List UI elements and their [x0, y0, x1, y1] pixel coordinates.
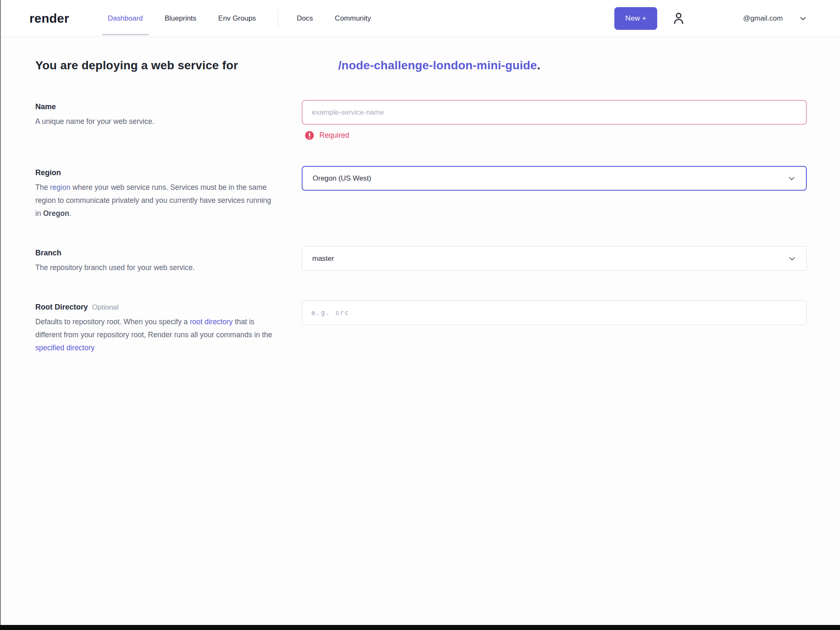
region-select-value: Oregon (US West) — [313, 174, 371, 183]
redacted-email-prefix — [693, 16, 743, 21]
nav-item-dashboard[interactable]: Dashboard — [108, 0, 143, 37]
root-directory-field-row: Root DirectoryOptional Defaults to repos… — [35, 300, 807, 354]
branch-select[interactable]: master — [302, 246, 807, 271]
account-email: @gmail.com — [743, 14, 783, 23]
window-left-edge — [0, 0, 1, 630]
region-desc-text: The — [35, 183, 50, 192]
nav-label: Blueprints — [165, 14, 197, 23]
region-description: The region where your web service runs. … — [35, 181, 277, 220]
nav-divider — [278, 10, 278, 27]
deploy-page: You are deploying a web service for/node… — [0, 37, 840, 625]
nav-item-community[interactable]: Community — [335, 0, 371, 37]
region-desc-text: . — [69, 209, 71, 218]
new-button[interactable]: New + — [614, 7, 657, 30]
root-directory-label: Root Directory — [35, 303, 88, 311]
name-description: A unique name for your web service. — [35, 115, 277, 128]
user-avatar-button[interactable] — [671, 11, 686, 26]
root-directory-doc-link[interactable]: root directory — [190, 318, 233, 326]
page-title: You are deploying a web service for/node… — [35, 59, 807, 72]
root-directory-field-info: Root DirectoryOptional Defaults to repos… — [35, 300, 287, 354]
name-field-info: Name A unique name for your web service. — [35, 100, 287, 140]
region-label: Region — [35, 168, 61, 177]
chevron-down-icon — [787, 174, 796, 183]
name-field-controls: Required — [302, 100, 807, 140]
root-directory-description: Defaults to repository root. When you sp… — [35, 315, 277, 354]
person-icon — [671, 11, 686, 26]
nav-item-blueprints[interactable]: Blueprints — [165, 0, 197, 37]
nav-label: Docs — [297, 14, 313, 23]
optional-tag: Optional — [92, 303, 118, 311]
deploy-form: Name A unique name for your web service.… — [35, 100, 807, 354]
root-dir-desc-text: Defaults to repository root. When you sp… — [35, 318, 190, 326]
name-error-text: Required — [319, 131, 349, 140]
region-doc-link[interactable]: region — [50, 183, 71, 192]
repo-link[interactable]: /node-challenge-london-mini-guide — [338, 59, 537, 72]
error-exclamation-icon — [305, 131, 314, 140]
heading-suffix: . — [537, 59, 540, 72]
branch-label: Branch — [35, 249, 61, 257]
service-name-input[interactable] — [302, 100, 807, 125]
branch-description: The repository branch used for your web … — [35, 261, 277, 274]
primary-nav: Dashboard Blueprints Env Groups Docs Com… — [108, 0, 393, 37]
render-logo[interactable]: render — [29, 11, 69, 26]
region-desc-bold: Oregon — [43, 209, 69, 218]
region-field-controls: Oregon (US West) — [302, 166, 807, 220]
branch-field-row: Branch The repository branch used for yo… — [35, 246, 807, 274]
branch-field-controls: master — [302, 246, 807, 274]
name-label: Name — [35, 102, 56, 111]
top-nav-bar: render Dashboard Blueprints Env Groups D… — [0, 0, 840, 37]
name-field-row: Name A unique name for your web service.… — [35, 100, 807, 140]
chevron-down-icon — [799, 14, 807, 23]
header-right-group: New + @gmail.com — [614, 7, 807, 30]
nav-item-env-groups[interactable]: Env Groups — [218, 0, 256, 37]
name-error-row: Required — [305, 131, 807, 140]
account-menu[interactable]: @gmail.com — [693, 14, 807, 23]
heading-prefix: You are deploying a web service for — [35, 59, 238, 72]
nav-item-docs[interactable]: Docs — [297, 0, 313, 37]
region-field-row: Region The region where your web service… — [35, 166, 807, 220]
region-select[interactable]: Oregon (US West) — [302, 166, 807, 191]
branch-select-value: master — [312, 255, 334, 263]
specified-directory-doc-link[interactable]: specified directory — [35, 344, 95, 352]
chevron-down-icon — [788, 255, 796, 263]
nav-label: Env Groups — [218, 14, 256, 23]
nav-label: Community — [335, 14, 371, 23]
nav-label: Dashboard — [108, 14, 143, 23]
branch-field-info: Branch The repository branch used for yo… — [35, 246, 287, 274]
root-directory-field-controls — [302, 300, 807, 354]
window-bottom-edge — [0, 625, 840, 630]
region-field-info: Region The region where your web service… — [35, 166, 287, 220]
root-directory-input[interactable] — [302, 300, 807, 325]
